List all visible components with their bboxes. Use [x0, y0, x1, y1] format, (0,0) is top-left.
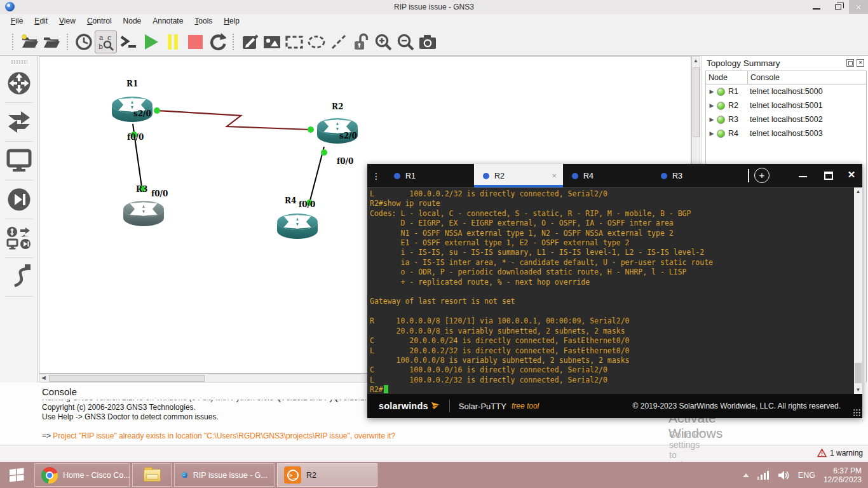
node-label-r1[interactable]: R1: [126, 79, 138, 88]
port-label-r1-f0-0[interactable]: f0/0: [127, 133, 144, 142]
console-connect-button[interactable]: [117, 30, 139, 53]
port-label-r1-s2-0[interactable]: s2/0: [133, 109, 151, 118]
file-explorer-icon: [144, 469, 161, 482]
menu-kebab-icon[interactable]: ⋮: [367, 164, 385, 187]
close-panel-icon[interactable]: ✕: [857, 59, 864, 67]
expand-icon[interactable]: ▶: [706, 88, 715, 95]
summary-row-r3[interactable]: ▶R3telnet localhost:5002: [706, 112, 866, 126]
taskbar-button-gns3[interactable]: RIP issue issue - G...: [174, 463, 275, 487]
open-project-button[interactable]: [18, 30, 40, 53]
close-button[interactable]: ✕: [849, 0, 868, 14]
new-session-icon[interactable]: +: [754, 168, 770, 183]
terminal-output[interactable]: L 100.0.0.2/32 is directly connected, Se…: [367, 187, 854, 394]
zoom-out-button[interactable]: [394, 30, 416, 53]
open-folder-button[interactable]: [40, 30, 62, 53]
scroll-up-icon[interactable]: ▲: [692, 57, 700, 65]
menu-tools[interactable]: Tools: [189, 15, 218, 27]
putty-tab-r3[interactable]: R3: [652, 164, 741, 187]
scroll-thumb[interactable]: [49, 375, 205, 382]
putty-tab-r1[interactable]: R1: [385, 164, 474, 187]
add-link-button[interactable]: [0, 261, 38, 294]
port-label-r2-f0-0[interactable]: f0/0: [337, 157, 353, 166]
port-label-r3-f0-0[interactable]: f0/0: [151, 189, 168, 198]
node-label-r4[interactable]: R4: [285, 196, 296, 205]
menu-node[interactable]: Node: [118, 15, 147, 27]
reload-all-button[interactable]: [206, 30, 228, 53]
putty-minimize-icon[interactable]: [799, 170, 808, 177]
link-r1-r2-serial[interactable]: [157, 111, 311, 130]
scroll-thumb[interactable]: [855, 363, 862, 383]
node-label-r2[interactable]: R2: [332, 102, 343, 111]
routers-button[interactable]: [0, 67, 38, 100]
console-icon: [119, 33, 138, 51]
switches-button[interactable]: [0, 105, 38, 139]
link-r2-r4-ethernet[interactable]: [309, 147, 324, 203]
taskbar-button-chrome[interactable]: Home - Cisco Co...: [34, 463, 130, 487]
minimize-button[interactable]: [806, 0, 827, 14]
all-devices-icon: [6, 226, 32, 251]
scroll-left-icon[interactable]: ◀: [39, 374, 48, 382]
menu-view[interactable]: View: [53, 15, 81, 27]
menu-file[interactable]: File: [5, 15, 29, 27]
lock-items-button[interactable]: [349, 30, 372, 53]
putty-tab-bar: ⋮ R1R2×R4R3 + ✕: [367, 164, 862, 187]
expand-icon[interactable]: ▶: [706, 130, 715, 137]
putty-tab-r2[interactable]: R2×: [474, 164, 563, 187]
volume-icon[interactable]: [777, 470, 790, 481]
draw-ellipse-button[interactable]: [305, 30, 327, 53]
expand-icon[interactable]: ▶: [706, 102, 715, 109]
start-button[interactable]: [0, 462, 33, 488]
menu-help[interactable]: Help: [218, 15, 245, 27]
screenshot-button[interactable]: [416, 30, 438, 53]
node-r3[interactable]: [123, 201, 164, 226]
tray-expand-icon[interactable]: [743, 473, 749, 477]
unlock-icon: [352, 32, 370, 51]
folder-icon: [42, 33, 61, 51]
port-label-r4-f0-0[interactable]: f0/0: [299, 200, 315, 209]
summary-row-r2[interactable]: ▶R2telnet localhost:5001: [706, 98, 866, 112]
putty-maximize-icon[interactable]: [824, 172, 833, 180]
insert-image-button[interactable]: [261, 30, 283, 53]
taskbar-button-solar-putty[interactable]: >_ R2: [277, 463, 377, 487]
language-indicator[interactable]: ENG: [798, 471, 815, 480]
menu-edit[interactable]: Edit: [29, 15, 53, 27]
scroll-down-icon[interactable]: ▼: [854, 387, 862, 393]
putty-tab-r4[interactable]: R4: [563, 164, 652, 187]
scroll-up-icon[interactable]: ▲: [854, 189, 862, 194]
node-label-r3[interactable]: R3: [136, 185, 147, 194]
summary-row-r4[interactable]: ▶R4telnet localhost:5003: [706, 126, 866, 140]
restore-button[interactable]: [827, 0, 849, 14]
snapshot-button[interactable]: [72, 30, 95, 53]
start-all-button[interactable]: [139, 30, 161, 53]
clock[interactable]: 6:37 PM 12/26/2023: [824, 466, 862, 484]
putty-close-icon[interactable]: ✕: [846, 169, 857, 180]
draw-line-button[interactable]: [327, 30, 349, 53]
taskbar-button-explorer[interactable]: [132, 463, 172, 487]
add-note-button[interactable]: [238, 30, 261, 53]
all-devices-button[interactable]: [0, 222, 38, 255]
node-status-led: [717, 116, 725, 124]
summary-row-r1[interactable]: ▶R1telnet localhost:5000: [706, 85, 866, 98]
security-devices-button[interactable]: [0, 183, 38, 216]
show-labels-button[interactable]: a c b: [95, 30, 117, 53]
menu-annotate[interactable]: Annotate: [147, 15, 189, 27]
terminal-prompt[interactable]: R2#: [370, 385, 854, 394]
draw-rectangle-button[interactable]: [283, 30, 305, 53]
menu-control[interactable]: Control: [81, 15, 118, 27]
resize-grip[interactable]: [853, 409, 861, 417]
link-cable-icon: [6, 263, 32, 291]
network-signal-icon[interactable]: [757, 470, 769, 480]
suspend-all-button[interactable]: [161, 30, 184, 53]
warning-indicator[interactable]: 1 warning: [817, 449, 863, 458]
float-panel-icon[interactable]: [846, 59, 854, 67]
port-label-r2-s2-0[interactable]: s2/0: [339, 132, 357, 140]
expand-icon[interactable]: ▶: [706, 116, 715, 123]
scroll-thumb[interactable]: [693, 67, 700, 137]
zoom-in-button[interactable]: [372, 30, 394, 53]
tab-close-icon[interactable]: ×: [552, 171, 557, 180]
stop-all-button[interactable]: [184, 30, 206, 53]
node-r4[interactable]: [277, 214, 318, 239]
terminal-scrollbar[interactable]: ▲ ▼: [854, 187, 862, 394]
palette-handle[interactable]: [11, 60, 27, 64]
end-devices-button[interactable]: [0, 144, 38, 177]
